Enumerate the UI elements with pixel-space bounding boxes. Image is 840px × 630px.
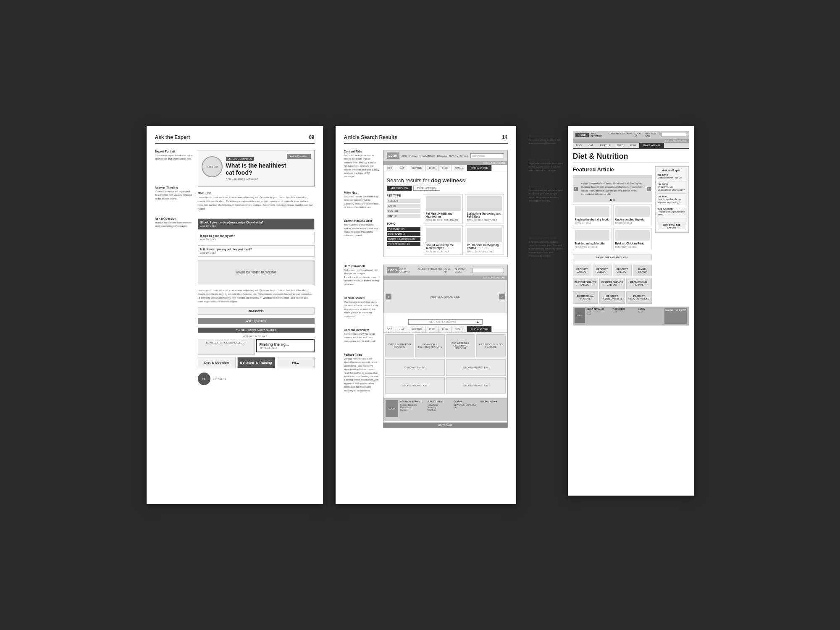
fa-arrow-right[interactable]: › (647, 187, 651, 191)
wf-tab-dog[interactable]: DOG (383, 165, 396, 171)
result-card-0[interactable]: Pet Heart Health and Heartworms APRIL 20… (424, 194, 463, 223)
ag-card-1[interactable]: Understanding thyroid MARCH 2, 2013 (613, 204, 652, 226)
ae-item-3[interactable]: THE DOCTOR Preparing your pet for time t… (658, 208, 686, 218)
ann-ep-text: Consistent expert head-shot adds confide… (155, 154, 193, 161)
in-store-0[interactable]: IN-STORE SERVICE CALLOUT (573, 278, 598, 289)
p3-tab-cat[interactable]: CAT (585, 143, 597, 148)
ag-card-2[interactable]: Training using biscuits FEBRUARY 17, 201… (573, 228, 612, 250)
wf-tab-reptile[interactable]: REPTILE (408, 165, 426, 171)
hp-tab-small[interactable]: SMALL (452, 326, 467, 332)
annotation-answer-timeline: Answer Timeline Expert's answers are org… (155, 186, 193, 200)
product-related-1[interactable]: PRODUCT RELATED ARTICLE (626, 291, 652, 304)
wf-tab-fish[interactable]: FISH (439, 165, 452, 171)
p3-tab-bird[interactable]: BIRD (614, 143, 627, 148)
result-card-3[interactable]: 22 Hilarious Hotdog Dog Photos MAY 1, 20… (465, 226, 504, 255)
more-ask-btn[interactable]: MORE ASK THE EXPERT (658, 223, 686, 230)
filter-tag-3[interactable]: TOYS/ACCESSORIES (387, 242, 420, 246)
hp-tab-reptile[interactable]: REPTILE (408, 326, 426, 332)
bottom-tile-0[interactable]: Diet & Nutrition (198, 357, 236, 368)
ae-item-1[interactable]: DR. DAVE Should you use Glucosamine Chon… (658, 183, 686, 194)
p3-tab-dog[interactable]: DOG (573, 143, 585, 148)
hp-tab-findstore[interactable]: FIND A STORE (467, 326, 491, 332)
hp-tab-bird[interactable]: BIRD (426, 326, 439, 332)
ae-item-2[interactable]: DR. MIKE How do you handle car sickness … (658, 195, 686, 206)
ft-announcement[interactable]: ANNOUNCEMENT (385, 359, 445, 376)
timeline-item-2[interactable]: Is it okay to give my pet chopped meat? … (198, 245, 315, 257)
filter-opt-2[interactable]: DOG (12) (387, 209, 420, 213)
carousel-arrow-right[interactable]: › (499, 294, 505, 299)
ag-card-0[interactable]: Finding the right dry food. APRIL 11, 20… (573, 204, 612, 226)
timeline-item-0[interactable]: Should I give my dog Glucosamine Chondro… (198, 218, 315, 230)
ann-ag-text: Featured articles are arranged in a bloc… (529, 189, 564, 203)
hp-search[interactable] (472, 268, 504, 273)
article-callout[interactable]: Finding the rig... APRIL 11, 2015 (256, 339, 315, 352)
tab-products[interactable]: PRODUCTS (25) (413, 186, 440, 191)
timeline-item-1[interactable]: Is fish oil good for my cat? April 10, 2… (198, 232, 315, 243)
ae-question-1: Should you use Glucosamine Chondroitin? (658, 186, 686, 192)
in-store-1[interactable]: IN-STORE SERVICE CALLOUT (599, 278, 625, 289)
hp-header: LOGO ABOUT PETSMART COMMUNITY/MAGAZINE L… (383, 265, 507, 276)
promo-feature-0[interactable]: PROMOTIONAL FEATURE (626, 278, 652, 289)
result-card-3-title: 22 Hilarious Hotdog Dog Photos (467, 244, 502, 249)
ask-question-btn-bottom[interactable]: Ask a Question (198, 318, 315, 324)
search-section: Content Tabs Returned search content is … (344, 150, 508, 260)
more-articles-btn[interactable]: MORE RECENT ARTICLES (573, 255, 652, 260)
vg-product-1[interactable]: PRODUCT CALLOUT (593, 265, 612, 276)
result-card-2[interactable]: Should You Scrap the Table Scraps? APRIL… (424, 226, 463, 255)
p3-tab-reptile[interactable]: REPTILE (597, 143, 614, 148)
wf-tab-small[interactable]: SMALL (452, 165, 467, 171)
p3-tab-fish[interactable]: FISH (627, 143, 639, 148)
ft-store-promo-1[interactable]: STORE PROMOTION (446, 359, 506, 376)
vg-email-signup[interactable]: E-MAIL SIGNUP (633, 265, 652, 276)
ft-store-promo-2[interactable]: STORE PROMOTION (385, 377, 445, 394)
content-tile-0[interactable]: DIET & NUTRITION FEATURE (385, 334, 415, 357)
hp-tab-fish[interactable]: FISH (439, 326, 452, 332)
ann-cs-title: Central Search (344, 297, 380, 299)
fa-arrow-left[interactable]: ‹ (574, 187, 578, 191)
filter-tag-2[interactable]: DENTAL PH & B GROOMIN (387, 237, 420, 241)
content-tile-3[interactable]: PET RESCUE BLOG FEATURE (476, 334, 506, 357)
tab-articles[interactable]: ARTICLES (21) (387, 186, 412, 191)
filter-opt-1[interactable]: CAT (4) (387, 204, 420, 208)
filter-opt-0[interactable]: RESULTS (387, 199, 420, 203)
wf-tab-cat[interactable]: CAT (396, 165, 408, 171)
hp-tab-dog[interactable]: DOG (383, 326, 396, 332)
p3-search-input[interactable] (661, 133, 686, 137)
bottom-tile-1[interactable]: Behavior & Training (237, 357, 275, 368)
wf-header: LOGO ABOUT PETSMART COMMUNITY LOCAL AD T… (383, 150, 507, 161)
ft-store-promo-3[interactable]: STORE PROMOTION (446, 377, 506, 394)
promo-row: PROMOTIONAL FEATURE PRODUCT RELATED ARTI… (573, 291, 652, 304)
ann-varied-grid: Varied Content Grid A flexible grid with… (529, 236, 564, 258)
wf-tab-findstore[interactable]: FIND A STORE (467, 165, 491, 171)
filter-opt-3[interactable]: FISH (2) (387, 214, 420, 218)
ask-question-btn-top[interactable]: Ask a Question (287, 154, 311, 159)
result-card-1[interactable]: Springtime Gardening and Pet Safety APRI… (465, 194, 504, 223)
ann-ft-text: Various feature tiles allow special anno… (344, 357, 380, 392)
bottom-tile-2[interactable]: Pe... (277, 357, 315, 368)
all-answers-btn[interactable]: All Answers (198, 307, 315, 315)
content-tile-1[interactable]: BEHAVIOR & TRAINING FEATURE (415, 334, 445, 357)
vg-product-2[interactable]: PRODUCT CALLOUT (613, 265, 632, 276)
ag-card-3[interactable]: Beef vs. Chicken Food FEBRUARY 10, 2013 (613, 228, 652, 250)
product-related-0[interactable]: PRODUCT RELATED ARTICLE (599, 291, 625, 304)
main-content: Ask a Question Portrait DR. DAVE JOHNSON… (198, 150, 315, 385)
ae-item-0[interactable]: DR. DAVE Discussions on Fish Oil (658, 174, 686, 181)
promo-feature-wide[interactable]: PROMOTIONAL FEATURE (573, 291, 598, 304)
central-search-bar[interactable]: SEARCH PETSMARTS 1 ▶ (408, 319, 483, 325)
lorem-text-main: Lorem ipsum dolor sit amet, consectetur … (198, 196, 315, 211)
content-tile-2[interactable]: PET HEALTH & GROOMING FEATURE (446, 334, 475, 357)
wf-search-box[interactable]: Dog Wellness (470, 153, 504, 158)
p3-newsletter[interactable]: NEWSLETTER SIGNUP (664, 308, 687, 324)
hp-nav-1: COMMUNITY/MAGAZINE (417, 268, 442, 273)
filter-tag-0[interactable]: PET NUTRITION (387, 227, 420, 231)
vg-product-0[interactable]: PRODUCT CALLOUT (573, 265, 592, 276)
carousel-arrow-left[interactable]: ‹ (386, 294, 391, 299)
hp-tab-cat[interactable]: CAT (396, 326, 408, 332)
ann-hc-title: Hero Carousel! (344, 265, 380, 268)
p3-tab-small[interactable]: SMALL ANIMAL (639, 143, 664, 148)
wf-tab-bird[interactable]: BIRD (426, 165, 439, 171)
filter-opt-0-text: RESULTS (388, 200, 399, 202)
ann-filter-nav: Filter Nav Returned results are filtered… (344, 191, 380, 209)
filter-tag-1[interactable]: DOG HEALTH-12 (387, 232, 420, 236)
ag-card-3-date: FEBRUARY 10, 2013 (615, 246, 650, 248)
